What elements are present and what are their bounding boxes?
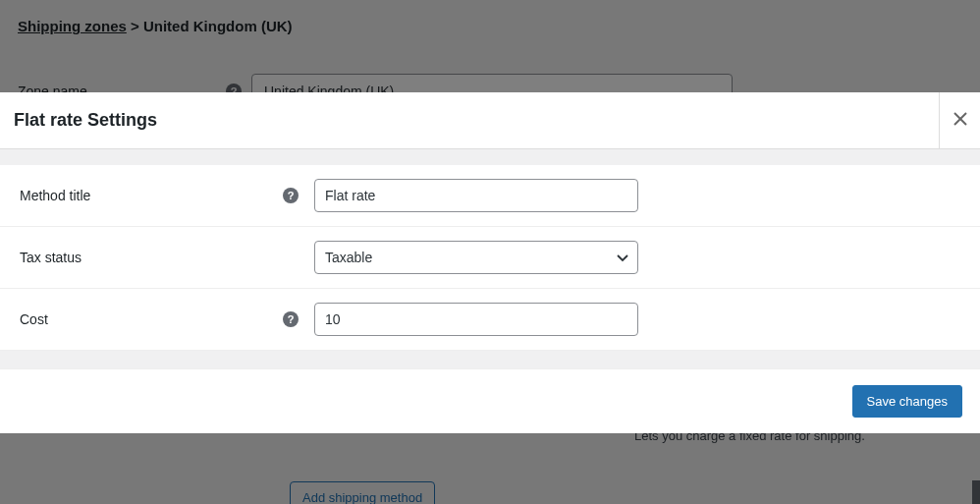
- flat-rate-settings-modal: Flat rate Settings Method title ? Tax st…: [0, 92, 980, 433]
- modal-footer: Save changes: [0, 368, 980, 433]
- help-icon[interactable]: ?: [283, 188, 299, 203]
- modal-header: Flat rate Settings: [0, 92, 980, 149]
- modal-title: Flat rate Settings: [0, 110, 157, 131]
- save-changes-button[interactable]: Save changes: [852, 385, 962, 418]
- cost-row: Cost ?: [0, 289, 980, 351]
- tax-status-row: Tax status Taxable: [0, 227, 980, 289]
- method-title-input[interactable]: [314, 179, 638, 212]
- close-button[interactable]: [939, 92, 980, 148]
- method-title-label: Method title: [20, 188, 90, 203]
- cost-input[interactable]: [314, 303, 638, 336]
- close-icon: [953, 110, 967, 131]
- cost-label: Cost: [20, 311, 48, 327]
- help-icon[interactable]: ?: [283, 311, 299, 327]
- tax-status-select[interactable]: Taxable: [314, 241, 638, 274]
- tax-status-label: Tax status: [20, 250, 82, 265]
- method-title-row: Method title ?: [0, 165, 980, 227]
